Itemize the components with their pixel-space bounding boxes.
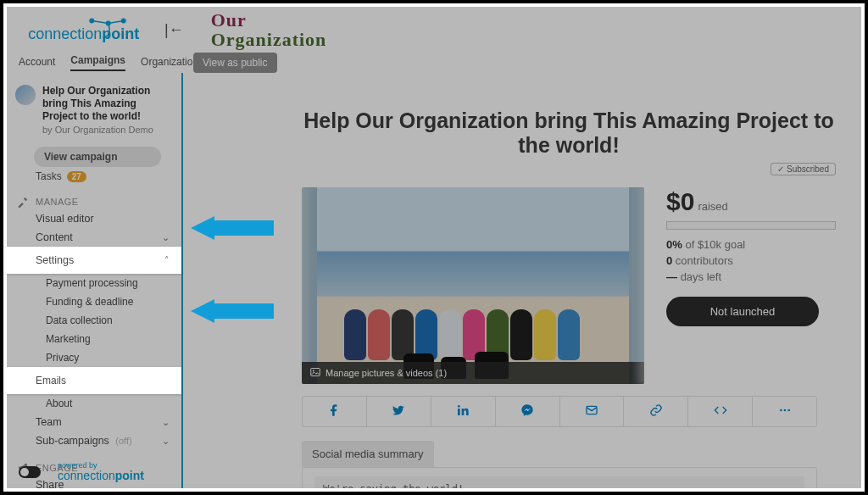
theme-toggle[interactable] [19,466,41,478]
svg-point-11 [313,370,314,372]
facebook-icon [327,405,341,420]
callout-arrow-emails [191,299,274,323]
tab-campaigns[interactable]: Campaigns [70,54,125,71]
share-email[interactable] [560,397,625,426]
chevron-down-icon: ⌄ [162,232,170,243]
link-icon [649,405,663,420]
nav-visual-editor[interactable]: Visual editor [7,209,181,228]
nav-content[interactable]: Content ⌄ [7,228,181,247]
hero-image: Manage pictures & videos (1) [302,187,644,384]
svg-point-16 [783,409,786,412]
svg-rect-10 [311,369,320,376]
progress-bar [666,221,836,230]
svg-point-15 [780,409,782,412]
primary-tabs: Account Campaigns Organizations Enterpri… [7,53,861,73]
svg-point-13 [458,405,460,408]
nav-settings-payment[interactable]: Payment processing [7,274,181,292]
chevron-down-icon: ⌄ [162,417,170,428]
email-icon [585,405,598,420]
messenger-icon [520,405,534,420]
section-manage: MANAGE [7,191,181,209]
amount-raised: $0 [666,187,694,215]
main-panel: Help Our Organization bring This Amazing… [183,73,861,488]
share-twitter[interactable] [367,397,431,426]
sidebar-campaign-by: by Our Organization Demo [42,125,173,135]
sidebar-campaign-header: Help Our Organization bring This Amazing… [7,73,181,140]
sidebar: Help Our Organization bring This Amazing… [7,73,183,488]
org-name: Our Organization [211,10,327,49]
subscribed-badge[interactable]: ✓ Subscribed [771,163,836,175]
share-linkedin[interactable] [431,397,496,426]
launch-status-button[interactable]: Not launched [666,297,819,326]
nav-settings-about[interactable]: About [7,394,181,413]
manage-media-button[interactable]: Manage pictures & videos (1) [302,362,644,384]
share-bar [302,396,817,427]
sm-summary-header: Social media summary [302,441,434,467]
tasks-count-badge: 27 [67,171,86,182]
share-link[interactable] [624,397,688,426]
collapse-icon: |← [164,21,184,38]
nav-settings-marketing[interactable]: Marketing [7,330,181,348]
brand-logo: connectionpoint [19,17,146,42]
share-embed[interactable] [688,397,753,426]
view-campaign-button[interactable]: View campaign [34,147,161,167]
collapse-sidebar-button[interactable]: |← [164,21,184,39]
twitter-icon [392,405,405,420]
chevron-down-icon: ⌄ [162,436,170,447]
sidebar-tasks[interactable]: Tasks 27 [36,170,171,182]
svg-point-17 [787,409,790,412]
tasks-label: Tasks [36,170,62,182]
svg-text:connectionpoint: connectionpoint [28,25,139,42]
nav-settings-data[interactable]: Data collection [7,311,181,330]
sidebar-campaign-title: Help Our Organization bring This Amazing… [42,85,173,123]
social-media-summary: Social media summary We're saving the wo… [302,441,817,488]
sm-summary-snippet: We're saving the world! [314,476,804,488]
nav-settings[interactable]: Settings ˄ [7,247,181,274]
nav-settings-privacy[interactable]: Privacy [7,348,181,367]
nav-settings-emails[interactable]: Emails [7,367,181,394]
linkedin-icon [456,405,470,420]
svg-rect-12 [458,409,460,415]
nav-team[interactable]: Team ⌄ [7,413,181,431]
nav-subcampaigns[interactable]: Sub-campaigns (off) ⌄ [7,431,181,450]
nav-settings-funding[interactable]: Funding & deadline [7,292,181,311]
tab-account[interactable]: Account [19,56,55,71]
tools-icon [17,196,29,208]
share-messenger[interactable] [496,397,560,426]
callout-arrow-settings [191,216,274,240]
view-as-public-button[interactable]: View as public [193,53,277,73]
campaign-avatar [15,85,36,105]
campaign-title: Help Our Organization bring This Amazing… [302,108,836,158]
embed-icon [714,405,727,420]
footer: powered by connectionpoint [19,462,144,481]
share-more[interactable] [753,397,816,426]
chevron-up-icon: ˄ [164,255,170,266]
powered-by: powered by connectionpoint [58,462,144,481]
share-facebook[interactable] [303,397,367,426]
more-icon [777,405,793,420]
campaign-stats: $0raised 0% of $10k goal 0 contributors … [666,187,836,384]
image-icon [310,367,320,379]
